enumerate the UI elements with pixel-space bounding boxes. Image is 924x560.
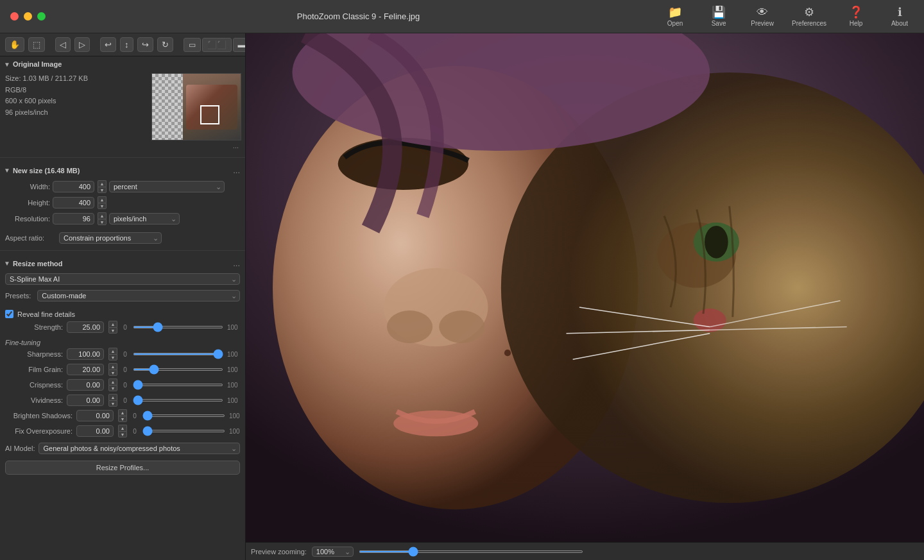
view-mode-group: ▭ ⬛⬛ ▬ [184,38,246,52]
save-button[interactable]: 💾 Save [705,6,733,27]
fix-overexposure-slider[interactable] [142,430,225,432]
brighten-shadows-down-button[interactable]: ▼ [118,416,127,422]
height-down-button[interactable]: ▼ [98,203,107,209]
preferences-icon: ⚙ [804,6,814,18]
thumbnail-photo [183,74,241,140]
brighten-shadows-up-button[interactable]: ▲ [118,409,127,416]
aspect-ratio-select[interactable]: Constrain proportions Free Custom [59,232,162,244]
brighten-shadows-label: Brighten Shadows: [5,412,73,420]
open-icon: 📁 [668,6,682,18]
preview-button[interactable]: 👁 Preview [748,6,776,27]
vividness-input[interactable] [67,395,104,406]
help-button[interactable]: ❓ Help [842,6,870,27]
film-grain-down-button[interactable]: ▼ [108,369,117,376]
brighten-shadows-slider[interactable] [142,414,225,417]
about-button[interactable]: ℹ About [886,6,914,27]
crispness-slider[interactable] [133,384,223,386]
single-view-button[interactable]: ▭ [184,38,201,52]
ai-model-select[interactable]: General photos & noisy/compressed photos… [38,443,240,454]
preview-label: Preview [751,20,774,27]
minimize-button[interactable] [24,12,32,21]
resize-profiles-button[interactable]: Resize Profiles... [5,461,240,475]
resolution-unit-wrapper: pixels/inch pixels/cm [109,213,180,225]
split-view-button[interactable]: ⬛⬛ [202,38,232,52]
brighten-shadows-input[interactable] [76,410,114,421]
resize-method-title: Resize method [13,260,63,267]
resize-method-more[interactable]: ... [233,259,240,268]
close-button[interactable] [10,12,19,21]
original-image-arrow[interactable]: ▼ [4,61,10,68]
fix-overexposure-down-button[interactable]: ▼ [118,431,127,437]
resolution-up-button[interactable]: ▲ [98,212,107,219]
height-input[interactable] [53,197,94,208]
strength-down-button[interactable]: ▼ [108,327,117,334]
resolution-down-button[interactable]: ▼ [98,219,107,225]
actual-size-button[interactable]: ↕ [120,37,133,52]
preferences-button[interactable]: ⚙ Preferences [792,6,826,27]
reveal-fine-details-checkbox[interactable] [5,310,13,318]
hand-tool-button[interactable]: ✋ [5,37,24,52]
maximize-button[interactable] [37,12,46,21]
crispness-down-button[interactable]: ▼ [108,385,117,391]
original-image-header: ▼ Original Image [0,56,245,71]
vividness-down-button[interactable]: ▼ [108,400,117,407]
width-input[interactable] [53,181,94,192]
original-image-title: Original Image [13,60,62,68]
vividness-up-button[interactable]: ▲ [108,394,117,400]
select-tool-button[interactable]: ⬚ [28,37,45,52]
new-size-title: New size (16.48 MB) [13,167,80,174]
size-unit-select[interactable]: percent pixels inches cm mm [109,181,225,192]
resolution-input[interactable] [53,213,94,225]
svg-point-10 [694,309,726,332]
new-size-arrow[interactable]: ▼ [4,167,10,174]
sharpness-down-button[interactable]: ▼ [108,354,117,361]
fine-tuning-label: Fine-tuning [0,336,245,348]
zoom-in-button[interactable]: ▷ [74,37,90,52]
height-row: Height: ▲ ▼ [5,196,240,209]
zoom-slider[interactable] [359,550,583,553]
new-size-more[interactable]: ... [233,165,240,175]
toolbar-right: 📁 Open 💾 Save 👁 Preview ⚙ Preferences ❓ … [661,6,914,27]
presets-select[interactable]: Custom-made Default Sharp Smooth [37,290,240,301]
svg-point-4 [439,310,484,343]
resize-method-arrow[interactable]: ▼ [4,260,10,267]
strength-input[interactable] [67,321,104,333]
resize-method-wrapper: S-Spline Max AI S-Spline Max S-Spline La… [0,271,245,287]
fit-button[interactable]: ↩ [100,37,116,52]
crispness-up-button[interactable]: ▲ [108,378,117,385]
side-by-side-button[interactable]: ▬ [233,38,246,52]
sharpness-min: 0 [121,351,129,358]
film-grain-input[interactable] [67,364,104,375]
redo-button[interactable]: ↻ [157,37,173,52]
width-down-button[interactable]: ▼ [98,187,107,193]
strength-up-button[interactable]: ▲ [108,321,117,327]
aspect-ratio-row: Aspect ratio: Constrain proportions Free… [0,231,245,246]
height-up-button[interactable]: ▲ [98,196,107,203]
brighten-shadows-min: 0 [131,412,139,420]
film-grain-up-button[interactable]: ▲ [108,363,117,369]
thumbnail-more-button[interactable]: ... [151,140,241,151]
title-bar: PhotoZoom Classic 9 - Feline.jpg 📁 Open … [0,0,924,33]
sharpness-up-button[interactable]: ▲ [108,348,117,354]
zoom-out-button[interactable]: ◁ [55,37,71,52]
vividness-slider[interactable] [133,399,223,402]
zoom-select[interactable]: 50% 75% 100% 150% 200% [312,547,354,557]
ai-model-wrapper: General photos & noisy/compressed photos… [38,443,240,454]
sharpness-slider[interactable] [133,353,223,355]
crispness-input[interactable] [67,379,104,391]
resize-method-select[interactable]: S-Spline Max AI S-Spline Max S-Spline La… [5,273,240,285]
resolution-unit-select[interactable]: pixels/inch pixels/cm [109,213,180,225]
undo-button[interactable]: ↪ [137,37,153,52]
fix-overexposure-input[interactable] [76,425,114,437]
open-button[interactable]: 📁 Open [661,6,689,27]
thumbnail-area: Size: 1.03 MB / 211.27 KB RGB/8 600 x 60… [0,71,245,153]
crispness-max: 100 [227,382,240,389]
film-grain-slider[interactable] [133,368,223,371]
preview-image[interactable] [246,33,924,542]
strength-slider[interactable] [133,326,223,328]
sharpness-input[interactable] [67,348,104,360]
fix-overexposure-up-button[interactable]: ▲ [118,425,127,431]
width-up-button[interactable]: ▲ [98,180,107,187]
fix-overexposure-min: 0 [131,428,139,435]
save-label: Save [712,20,726,27]
